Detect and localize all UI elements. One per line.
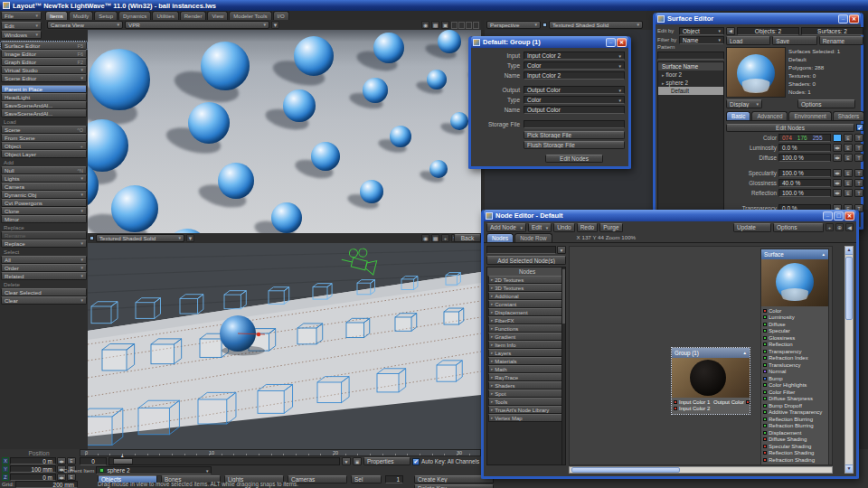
surface-channel-connector[interactable]: Color: [761, 307, 828, 314]
sidebar-item[interactable]: Related: [1, 272, 87, 280]
envelope-button[interactable]: E: [844, 144, 853, 152]
envelope-button[interactable]: E: [844, 169, 853, 177]
add-selected-nodes-button[interactable]: Add Selected Node(s): [486, 256, 566, 265]
surface-channel-connector[interactable]: Refraction Index: [761, 355, 828, 362]
node-category-item[interactable]: Vertex Map: [488, 414, 564, 422]
group-field-control[interactable]: Color: [524, 96, 625, 104]
sidebar-item[interactable]: HeadLight: [1, 93, 87, 101]
viewport-bottom-render[interactable]: [88, 243, 481, 449]
layout-preset-icon[interactable]: [451, 22, 458, 29]
node-category-item[interactable]: Tools: [488, 398, 564, 406]
auto-key-toggle[interactable]: Auto Key: All Channels ▼: [412, 458, 486, 465]
group-node[interactable]: Group (1) ▲ Input Color 1 Input Col: [672, 348, 750, 414]
node-output-connector[interactable]: Output Color: [712, 399, 750, 406]
sidebar-item[interactable]: Image Editor F6: [1, 50, 87, 58]
node-graph-canvas[interactable]: Group (1) ▲ Input Color 1 Input Col: [569, 246, 833, 465]
surface-node[interactable]: Surface ▲ Color Luminosity: [760, 249, 829, 465]
group-field-control[interactable]: Output Color: [524, 106, 625, 114]
sidebar-item[interactable]: Replace: [1, 239, 87, 248]
envelope-button[interactable]: E: [844, 154, 853, 162]
surface-channel-connector[interactable]: Glossiness: [761, 334, 828, 342]
mini-slider-icon[interactable]: [57, 457, 66, 465]
texture-button[interactable]: T: [854, 154, 863, 162]
layout-preset-icon[interactable]: [458, 22, 465, 29]
axis-value-field[interactable]: 0 m: [10, 457, 56, 465]
texture-button[interactable]: T: [854, 169, 863, 177]
collapse-node-icon[interactable]: ▲: [743, 351, 747, 355]
property-value[interactable]: 100.0 %: [778, 189, 831, 197]
surface-channel-connector[interactable]: Displacement: [761, 429, 828, 436]
view-type-dropdown[interactable]: Perspective: [486, 21, 541, 29]
sidebar-item[interactable]: From Scene: [1, 134, 87, 142]
surface-channel-connector[interactable]: Bump Dropoff: [761, 402, 828, 409]
sidebar-item[interactable]: Order: [1, 264, 87, 272]
sidebar-item[interactable]: Scene Editor: [1, 74, 87, 82]
envelope-button[interactable]: E: [67, 474, 76, 481]
edit-nodes-button[interactable]: Edit Nodes: [545, 155, 603, 163]
frame-field[interactable]: 0: [80, 457, 107, 465]
envelope-button[interactable]: E: [844, 134, 853, 142]
property-value[interactable]: 40.0 %: [778, 179, 831, 187]
node-category-item[interactable]: Displacement: [488, 308, 564, 316]
sidebar-item[interactable]: Rename: [1, 231, 87, 239]
render-mode-dropdown[interactable]: VPR: [125, 21, 269, 29]
layout-preset-icon[interactable]: [466, 22, 472, 29]
close-icon[interactable]: [617, 38, 627, 47]
color-values[interactable]: 074 176 255: [778, 134, 831, 142]
collapse-left-icon[interactable]: ◀: [726, 27, 735, 35]
display-dropdown[interactable]: Display: [726, 99, 762, 108]
toolbar-button[interactable]: Edit: [528, 223, 552, 232]
menu-button[interactable]: Edit: [1, 22, 42, 30]
surface-preview[interactable]: [726, 47, 786, 98]
texture-button[interactable]: T: [854, 144, 863, 152]
sidebar-item[interactable]: SaveSceneAndAl...: [1, 101, 87, 109]
dropdown-arrow-icon[interactable]: ▼: [342, 457, 351, 465]
node-category-item[interactable]: Materials: [488, 357, 564, 365]
surface-channel-connector[interactable]: Refraction Shading: [761, 456, 828, 464]
collapse-node-icon[interactable]: ▲: [822, 252, 826, 257]
mini-slider-icon[interactable]: [57, 474, 66, 481]
node-category-item[interactable]: Spot: [488, 389, 564, 398]
sidebar-item[interactable]: Object +: [1, 142, 87, 150]
surface-editor-tab[interactable]: Basic: [726, 111, 750, 120]
surface-channel-connector[interactable]: Color Filter: [761, 389, 828, 396]
node-input-connector[interactable]: Input Color 1: [672, 399, 710, 406]
main-tab[interactable]: Modeler Tools: [229, 11, 271, 20]
minimize-icon[interactable]: [823, 211, 833, 221]
surface-channel-connector[interactable]: Diffuse Shading: [761, 436, 828, 444]
pattern-input[interactable]: [657, 52, 724, 60]
surface-channel-connector[interactable]: Material: [761, 464, 828, 466]
dropdown-arrow-icon[interactable]: ▼: [557, 246, 566, 254]
sidebar-item[interactable]: All: [1, 256, 87, 264]
surface-channel-connector[interactable]: Normal: [761, 369, 828, 376]
node-editor-titlebar[interactable]: Node Editor - Default: [484, 210, 856, 221]
node-category-item[interactable]: FiberFX: [488, 316, 564, 324]
sidebar-item[interactable]: SaveSceneAndAl...: [1, 109, 87, 117]
node-category-item[interactable]: Item Info: [488, 341, 564, 349]
pick-storage-file-button[interactable]: Pick Storage File: [524, 131, 625, 139]
load-button[interactable]: Load: [726, 36, 770, 45]
edit-nodes-button[interactable]: Edit Nodes: [726, 124, 854, 132]
sidebar-item[interactable]: Delete: [1, 280, 87, 288]
surface-channel-connector[interactable]: Reflection Shading: [761, 450, 828, 457]
surface-channel-connector[interactable]: Diffuse Sharpness: [761, 396, 828, 403]
current-item-dropdown[interactable]: sphere 2: [96, 466, 212, 474]
node-category-item[interactable]: Functions: [488, 324, 564, 333]
camera-icon[interactable]: ◉: [421, 234, 429, 242]
sidebar-item[interactable]: Camera: [1, 183, 87, 191]
sidebar-item[interactable]: Parent in Place: [1, 85, 87, 93]
scroll-down-icon[interactable]: ▼: [845, 465, 853, 473]
sidebar-item[interactable]: Replace: [1, 223, 87, 231]
sidebar-item[interactable]: Load: [1, 117, 87, 126]
toolbar-button[interactable]: Purge: [599, 223, 622, 232]
sidebar-item[interactable]: Mirror: [1, 215, 87, 223]
grid-toggle-icon[interactable]: ▦: [431, 234, 439, 242]
surface-channel-connector[interactable]: Reflection: [761, 342, 828, 349]
property-value[interactable]: 100.0 %: [778, 154, 831, 162]
mini-slider-icon[interactable]: [833, 144, 842, 152]
timeline-slider[interactable]: ▲: [108, 457, 340, 465]
surface-channel-connector[interactable]: Transparency: [761, 348, 828, 355]
vertical-scrollbar[interactable]: ▲ ▼: [844, 246, 854, 474]
main-tab[interactable]: Utilities: [152, 11, 178, 20]
surface-channel-connector[interactable]: Specular Shading: [761, 443, 828, 450]
